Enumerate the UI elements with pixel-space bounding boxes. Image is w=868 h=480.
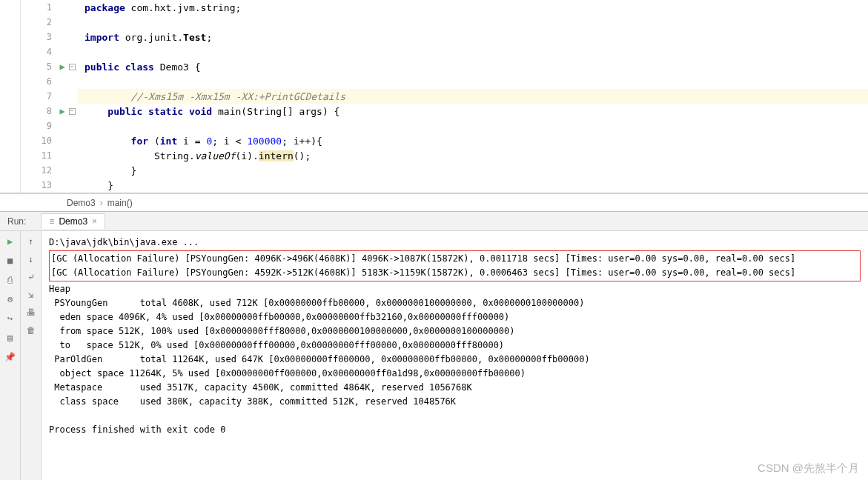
- breadcrumb-item[interactable]: Demo3: [67, 198, 96, 208]
- console-line: to space 512K, 0% used [0x00000000fff000…: [49, 339, 861, 353]
- scroll-icon[interactable]: ⇲: [25, 289, 37, 301]
- line-number: 11: [42, 150, 52, 161]
- run-gutter-icon[interactable]: ▶: [59, 61, 64, 72]
- tab-label: Demo3: [59, 216, 87, 227]
- console-line: [GC (Allocation Failure) [PSYoungGen: 40…: [51, 252, 858, 266]
- console-line: ParOldGen total 11264K, used 647K [0x000…: [49, 353, 861, 367]
- fold-column2: − −: [67, 0, 77, 193]
- close-icon[interactable]: ×: [92, 216, 97, 227]
- line-number: 6: [47, 76, 52, 87]
- run-header: Run: ≡ Demo3 ×: [0, 212, 868, 231]
- print-icon[interactable]: 🖶: [25, 307, 37, 319]
- tab-icon: ≡: [49, 216, 54, 227]
- console-line: [GC (Allocation Failure) [PSYoungGen: 45…: [51, 266, 858, 280]
- line-number: 12: [42, 165, 52, 176]
- fold-column: ▶ ▶: [58, 0, 67, 193]
- code-area[interactable]: package com.hxt.jvm.string; import org.j…: [77, 0, 868, 193]
- console-line: from space 512K, 100% used [0x00000000ff…: [49, 324, 861, 339]
- run-panel: Run: ≡ Demo3 × ▶ ■ ⎙ ⚙ ↪ ▤ 📌 ↑ ↓ ⤶ ⇲ 🖶 🗑…: [0, 211, 868, 480]
- camera-icon[interactable]: ⎙: [4, 274, 16, 286]
- console-line: PSYoungGen total 4608K, used 712K [0x000…: [49, 296, 861, 310]
- console-line: class space used 380K, capacity 388K, co…: [49, 395, 861, 409]
- pin-icon[interactable]: 📌: [4, 351, 16, 363]
- run-toolbar-left: ▶ ■ ⎙ ⚙ ↪ ▤ 📌: [0, 231, 21, 480]
- run-toolbar-right: ↑ ↓ ⤶ ⇲ 🖶 🗑: [21, 231, 42, 480]
- line-number: 9: [47, 121, 52, 131]
- console-line: Heap: [49, 282, 861, 296]
- trash-icon[interactable]: 🗑: [25, 324, 37, 336]
- line-number: 5: [47, 61, 52, 72]
- fold-toggle-icon[interactable]: −: [69, 108, 76, 115]
- up-icon[interactable]: ↑: [25, 236, 37, 247]
- run-label: Run:: [7, 216, 26, 227]
- run-body: ▶ ■ ⎙ ⚙ ↪ ▤ 📌 ↑ ↓ ⤶ ⇲ 🖶 🗑 D:\java\jdk\bi…: [0, 231, 868, 480]
- console-line: D:\java\jdk\bin\java.exe ...: [49, 236, 861, 250]
- settings-icon[interactable]: ⚙: [4, 293, 16, 305]
- watermark: CSDN @先熬半个月: [758, 461, 859, 476]
- line-number: 8: [47, 106, 52, 116]
- line-number: 3: [47, 32, 52, 42]
- gutter-wrap: 1 2 3 4 5 6 7 8 9 10 11 12 13 ▶ ▶: [21, 0, 77, 193]
- console-output[interactable]: D:\java\jdk\bin\java.exe ... [GC (Alloca…: [42, 231, 868, 480]
- highlighted-gc-output: [GC (Allocation Failure) [PSYoungGen: 40…: [49, 250, 861, 281]
- fold-toggle-icon[interactable]: −: [69, 64, 76, 70]
- chevron-right-icon: ›: [100, 198, 103, 208]
- breadcrumb: Demo3 › main(): [0, 193, 868, 211]
- line-number: 10: [42, 136, 52, 146]
- rerun-icon[interactable]: ▶: [4, 236, 16, 247]
- line-number: 2: [47, 17, 52, 27]
- line-number: 7: [47, 91, 52, 101]
- line-number: 13: [42, 180, 52, 190]
- gutter: 1 2 3 4 5 6 7 8 9 10 11 12 13: [21, 0, 58, 193]
- console-line: Metaspace used 3517K, capacity 4500K, co…: [49, 381, 861, 395]
- exit-icon[interactable]: ↪: [4, 313, 16, 324]
- down-icon[interactable]: ↓: [25, 253, 37, 265]
- console-line: Process finished with exit code 0: [49, 423, 861, 437]
- console-line: eden space 4096K, 4% used [0x00000000ffb…: [49, 310, 861, 324]
- editor-area: 1 2 3 4 5 6 7 8 9 10 11 12 13 ▶ ▶: [0, 0, 868, 193]
- line-number: 4: [47, 47, 52, 57]
- left-margin: [0, 0, 21, 193]
- run-tab[interactable]: ≡ Demo3 ×: [41, 213, 105, 229]
- line-number: 1: [47, 2, 52, 13]
- stop-icon[interactable]: ■: [4, 255, 16, 267]
- console-line: object space 11264K, 5% used [0x00000000…: [49, 367, 861, 381]
- wrap-icon[interactable]: ⤶: [25, 271, 37, 283]
- run-gutter-icon[interactable]: ▶: [59, 106, 64, 116]
- breadcrumb-item[interactable]: main(): [107, 198, 133, 208]
- layout-icon[interactable]: ▤: [4, 332, 16, 344]
